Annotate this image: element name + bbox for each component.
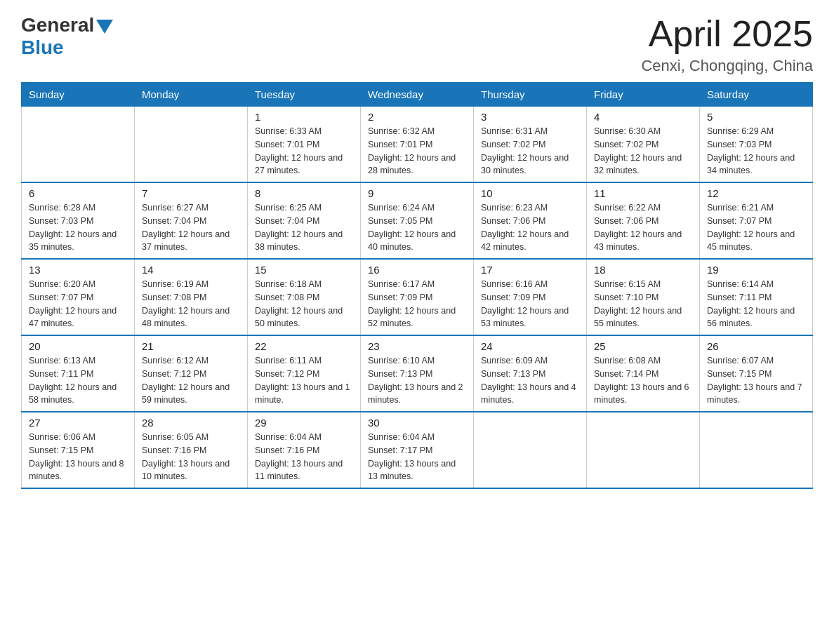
day-number: 24 (481, 340, 579, 352)
day-number: 2 (368, 111, 466, 123)
day-number: 16 (368, 264, 466, 276)
calendar-cell: 28Sunrise: 6:05 AMSunset: 7:16 PMDayligh… (135, 412, 248, 488)
weekday-header-thursday: Thursday (474, 83, 587, 107)
calendar-cell: 21Sunrise: 6:12 AMSunset: 7:12 PMDayligh… (135, 335, 248, 412)
day-info: Sunrise: 6:21 AMSunset: 7:07 PMDaylight:… (707, 201, 805, 254)
day-info: Sunrise: 6:30 AMSunset: 7:02 PMDaylight:… (594, 125, 692, 177)
day-info: Sunrise: 6:19 AMSunset: 7:08 PMDaylight:… (142, 278, 240, 330)
calendar-week-row: 13Sunrise: 6:20 AMSunset: 7:07 PMDayligh… (22, 259, 813, 335)
day-info: Sunrise: 6:13 AMSunset: 7:11 PMDaylight:… (29, 354, 127, 407)
day-info: Sunrise: 6:07 AMSunset: 7:15 PMDaylight:… (707, 354, 805, 407)
day-info: Sunrise: 6:33 AMSunset: 7:01 PMDaylight:… (255, 125, 353, 177)
calendar-week-row: 1Sunrise: 6:33 AMSunset: 7:01 PMDaylight… (22, 107, 813, 183)
day-number: 12 (707, 187, 805, 199)
calendar-cell: 17Sunrise: 6:16 AMSunset: 7:09 PMDayligh… (474, 259, 587, 335)
day-info: Sunrise: 6:15 AMSunset: 7:10 PMDaylight:… (594, 278, 692, 330)
calendar-week-row: 6Sunrise: 6:28 AMSunset: 7:03 PMDaylight… (22, 182, 813, 259)
day-number: 1 (255, 111, 353, 123)
day-info: Sunrise: 6:18 AMSunset: 7:08 PMDaylight:… (255, 278, 353, 330)
day-number: 8 (255, 187, 353, 199)
day-number: 22 (255, 340, 353, 352)
day-number: 19 (707, 264, 805, 276)
day-info: Sunrise: 6:11 AMSunset: 7:12 PMDaylight:… (255, 354, 353, 407)
calendar-cell: 8Sunrise: 6:25 AMSunset: 7:04 PMDaylight… (248, 182, 361, 259)
weekday-header-monday: Monday (135, 83, 248, 107)
calendar-cell: 26Sunrise: 6:07 AMSunset: 7:15 PMDayligh… (700, 335, 813, 412)
calendar-cell: 11Sunrise: 6:22 AMSunset: 7:06 PMDayligh… (587, 182, 700, 259)
calendar-cell: 4Sunrise: 6:30 AMSunset: 7:02 PMDaylight… (587, 107, 700, 183)
day-info: Sunrise: 6:16 AMSunset: 7:09 PMDaylight:… (481, 278, 579, 330)
logo-general-text: General (21, 14, 94, 36)
day-info: Sunrise: 6:29 AMSunset: 7:03 PMDaylight:… (707, 125, 805, 177)
day-number: 6 (29, 187, 127, 199)
calendar-cell: 18Sunrise: 6:15 AMSunset: 7:10 PMDayligh… (587, 259, 700, 335)
calendar-cell: 5Sunrise: 6:29 AMSunset: 7:03 PMDaylight… (700, 107, 813, 183)
calendar-week-row: 27Sunrise: 6:06 AMSunset: 7:15 PMDayligh… (22, 412, 813, 488)
calendar-cell: 22Sunrise: 6:11 AMSunset: 7:12 PMDayligh… (248, 335, 361, 412)
weekday-header-row: SundayMondayTuesdayWednesdayThursdayFrid… (22, 83, 813, 107)
day-number: 15 (255, 264, 353, 276)
calendar-cell: 12Sunrise: 6:21 AMSunset: 7:07 PMDayligh… (700, 182, 813, 259)
day-number: 3 (481, 111, 579, 123)
day-info: Sunrise: 6:10 AMSunset: 7:13 PMDaylight:… (368, 354, 466, 407)
day-number: 5 (707, 111, 805, 123)
day-info: Sunrise: 6:17 AMSunset: 7:09 PMDaylight:… (368, 278, 466, 330)
weekday-header-sunday: Sunday (22, 83, 135, 107)
day-number: 30 (368, 417, 466, 429)
day-number: 10 (481, 187, 579, 199)
calendar-cell: 19Sunrise: 6:14 AMSunset: 7:11 PMDayligh… (700, 259, 813, 335)
day-info: Sunrise: 6:08 AMSunset: 7:14 PMDaylight:… (594, 354, 692, 407)
calendar-cell (474, 412, 587, 488)
day-number: 28 (142, 417, 240, 429)
day-number: 29 (255, 417, 353, 429)
day-info: Sunrise: 6:04 AMSunset: 7:17 PMDaylight:… (368, 431, 466, 483)
calendar-cell: 6Sunrise: 6:28 AMSunset: 7:03 PMDaylight… (22, 182, 135, 259)
calendar-cell (587, 412, 700, 488)
day-info: Sunrise: 6:20 AMSunset: 7:07 PMDaylight:… (29, 278, 127, 330)
calendar-week-row: 20Sunrise: 6:13 AMSunset: 7:11 PMDayligh… (22, 335, 813, 412)
day-number: 26 (707, 340, 805, 352)
calendar-cell: 14Sunrise: 6:19 AMSunset: 7:08 PMDayligh… (135, 259, 248, 335)
day-info: Sunrise: 6:25 AMSunset: 7:04 PMDaylight:… (255, 201, 353, 254)
calendar-cell: 1Sunrise: 6:33 AMSunset: 7:01 PMDaylight… (248, 107, 361, 183)
calendar-cell: 7Sunrise: 6:27 AMSunset: 7:04 PMDaylight… (135, 182, 248, 259)
calendar-cell: 10Sunrise: 6:23 AMSunset: 7:06 PMDayligh… (474, 182, 587, 259)
day-info: Sunrise: 6:27 AMSunset: 7:04 PMDaylight:… (142, 201, 240, 254)
day-number: 25 (594, 340, 692, 352)
day-info: Sunrise: 6:12 AMSunset: 7:12 PMDaylight:… (142, 354, 240, 407)
day-number: 11 (594, 187, 692, 199)
day-number: 17 (481, 264, 579, 276)
day-info: Sunrise: 6:14 AMSunset: 7:11 PMDaylight:… (707, 278, 805, 330)
calendar-cell: 20Sunrise: 6:13 AMSunset: 7:11 PMDayligh… (22, 335, 135, 412)
day-number: 20 (29, 340, 127, 352)
day-info: Sunrise: 6:23 AMSunset: 7:06 PMDaylight:… (481, 201, 579, 254)
day-info: Sunrise: 6:28 AMSunset: 7:03 PMDaylight:… (29, 201, 127, 254)
weekday-header-friday: Friday (587, 83, 700, 107)
day-info: Sunrise: 6:04 AMSunset: 7:16 PMDaylight:… (255, 431, 353, 483)
day-info: Sunrise: 6:32 AMSunset: 7:01 PMDaylight:… (368, 125, 466, 177)
day-info: Sunrise: 6:24 AMSunset: 7:05 PMDaylight:… (368, 201, 466, 254)
logo-blue-text: Blue (21, 36, 64, 59)
day-number: 21 (142, 340, 240, 352)
calendar-cell: 3Sunrise: 6:31 AMSunset: 7:02 PMDaylight… (474, 107, 587, 183)
weekday-header-tuesday: Tuesday (248, 83, 361, 107)
day-number: 23 (368, 340, 466, 352)
weekday-header-wednesday: Wednesday (361, 83, 474, 107)
title-block: April 2025 Cenxi, Chongqing, China (641, 14, 813, 75)
calendar-cell: 25Sunrise: 6:08 AMSunset: 7:14 PMDayligh… (587, 335, 700, 412)
day-info: Sunrise: 6:06 AMSunset: 7:15 PMDaylight:… (29, 431, 127, 483)
calendar-header: SundayMondayTuesdayWednesdayThursdayFrid… (22, 83, 813, 107)
calendar-table: SundayMondayTuesdayWednesdayThursdayFrid… (21, 82, 813, 489)
day-info: Sunrise: 6:22 AMSunset: 7:06 PMDaylight:… (594, 201, 692, 254)
weekday-header-saturday: Saturday (700, 83, 813, 107)
calendar-cell: 24Sunrise: 6:09 AMSunset: 7:13 PMDayligh… (474, 335, 587, 412)
day-number: 18 (594, 264, 692, 276)
calendar-cell: 27Sunrise: 6:06 AMSunset: 7:15 PMDayligh… (22, 412, 135, 488)
day-info: Sunrise: 6:05 AMSunset: 7:16 PMDaylight:… (142, 431, 240, 483)
calendar-cell (700, 412, 813, 488)
calendar-cell (135, 107, 248, 183)
calendar-cell: 29Sunrise: 6:04 AMSunset: 7:16 PMDayligh… (248, 412, 361, 488)
day-number: 27 (29, 417, 127, 429)
calendar-cell: 30Sunrise: 6:04 AMSunset: 7:17 PMDayligh… (361, 412, 474, 488)
calendar-cell: 9Sunrise: 6:24 AMSunset: 7:05 PMDaylight… (361, 182, 474, 259)
